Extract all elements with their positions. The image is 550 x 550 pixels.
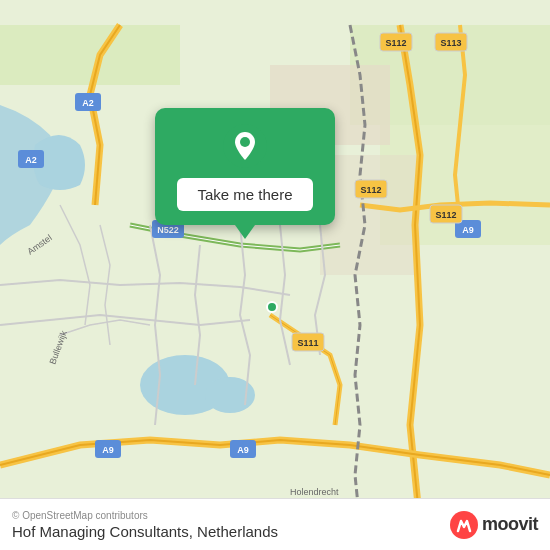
map-container: A2 A2 A9 A9 A9 S112 S113 S112 S112 S111 … (0, 0, 550, 550)
copyright-text: © OpenStreetMap contributors (12, 510, 278, 521)
take-me-there-button[interactable]: Take me there (177, 178, 312, 211)
popup-card: Take me there (155, 108, 335, 225)
moovit-text: moovit (482, 514, 538, 535)
svg-text:S112: S112 (360, 185, 381, 195)
svg-point-35 (240, 137, 250, 147)
svg-text:N522: N522 (157, 225, 179, 235)
moovit-icon (450, 511, 478, 539)
svg-text:A9: A9 (102, 445, 114, 455)
moovit-logo: moovit (450, 511, 538, 539)
map-svg: A2 A2 A9 A9 A9 S112 S113 S112 S112 S111 … (0, 0, 550, 550)
svg-text:Holendrecht: Holendrecht (290, 487, 339, 497)
svg-text:A9: A9 (462, 225, 474, 235)
location-name: Hof Managing Consultants, Netherlands (12, 523, 278, 540)
svg-rect-3 (0, 25, 180, 85)
svg-text:A2: A2 (25, 155, 37, 165)
svg-text:S112: S112 (385, 38, 406, 48)
location-pin-icon (223, 124, 267, 168)
svg-text:S111: S111 (297, 338, 318, 348)
svg-text:A9: A9 (237, 445, 249, 455)
svg-text:A2: A2 (82, 98, 94, 108)
location-info: © OpenStreetMap contributors Hof Managin… (12, 510, 278, 540)
svg-rect-7 (320, 155, 420, 275)
svg-point-33 (267, 302, 277, 312)
info-bar: © OpenStreetMap contributors Hof Managin… (0, 498, 550, 550)
svg-text:S112: S112 (435, 210, 456, 220)
svg-text:S113: S113 (440, 38, 461, 48)
